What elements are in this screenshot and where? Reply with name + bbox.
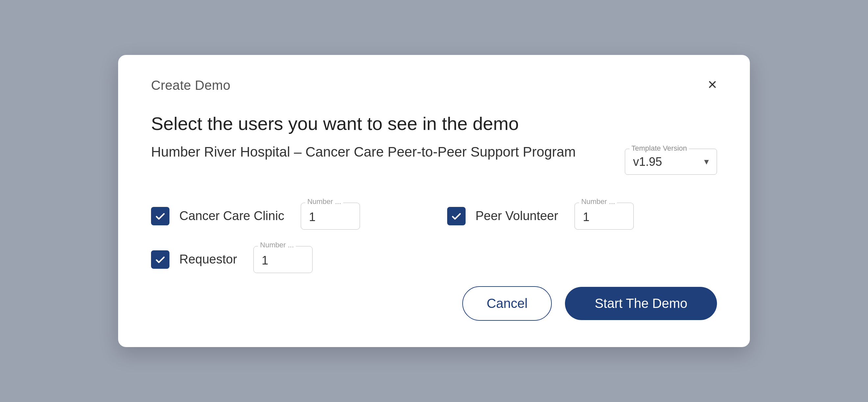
- modal-footer: Cancel Start The Demo: [151, 286, 717, 321]
- users-section: Cancer Care Clinic Number ...: [151, 203, 717, 273]
- modal-overlay: Create Demo × Select the users you want …: [0, 0, 868, 402]
- user-label-peer-volunteer: Peer Volunteer: [475, 209, 558, 223]
- user-item-cancer-care-clinic: Cancer Care Clinic Number ...: [151, 203, 421, 229]
- user-pair-1: Cancer Care Clinic Number ...: [151, 203, 717, 229]
- number-field-cancer-care-clinic[interactable]: [301, 203, 360, 229]
- section-heading: Select the users you want to see in the …: [151, 113, 717, 134]
- start-demo-button[interactable]: Start The Demo: [565, 287, 717, 320]
- user-pair-2: Requestor Number ...: [151, 246, 717, 273]
- user-label-requestor: Requestor: [179, 252, 237, 267]
- user-label-cancer-care-clinic: Cancer Care Clinic: [179, 209, 284, 223]
- checkbox-peer-volunteer[interactable]: [447, 207, 466, 225]
- program-name: Humber River Hospital – Cancer Care Peer…: [151, 144, 576, 160]
- close-button[interactable]: ×: [708, 76, 717, 92]
- checkbox-cancer-care-clinic[interactable]: [151, 207, 169, 225]
- cancel-button[interactable]: Cancel: [462, 286, 552, 321]
- number-input-requestor: Number ...: [253, 246, 313, 273]
- modal-title: Create Demo: [151, 78, 230, 93]
- number-field-peer-volunteer[interactable]: [575, 203, 634, 229]
- template-version-wrapper: Template Version v1.90 v1.91 v1.92 v1.93…: [625, 149, 717, 175]
- modal-header: Create Demo ×: [151, 78, 717, 93]
- user-item-peer-volunteer: Peer Volunteer Number ...: [421, 203, 717, 229]
- number-input-peer-volunteer: Number ...: [575, 203, 634, 229]
- modal-dialog: Create Demo × Select the users you want …: [118, 55, 750, 347]
- number-input-cancer-care-clinic: Number ...: [301, 203, 360, 229]
- checkbox-requestor[interactable]: [151, 250, 169, 269]
- template-version-label: Template Version: [629, 144, 689, 153]
- template-version-container: Template Version v1.90 v1.91 v1.92 v1.93…: [625, 149, 717, 175]
- number-field-requestor[interactable]: [253, 246, 313, 273]
- users-rows: Cancer Care Clinic Number ...: [151, 203, 717, 273]
- user-item-requestor: Requestor Number ...: [151, 246, 717, 273]
